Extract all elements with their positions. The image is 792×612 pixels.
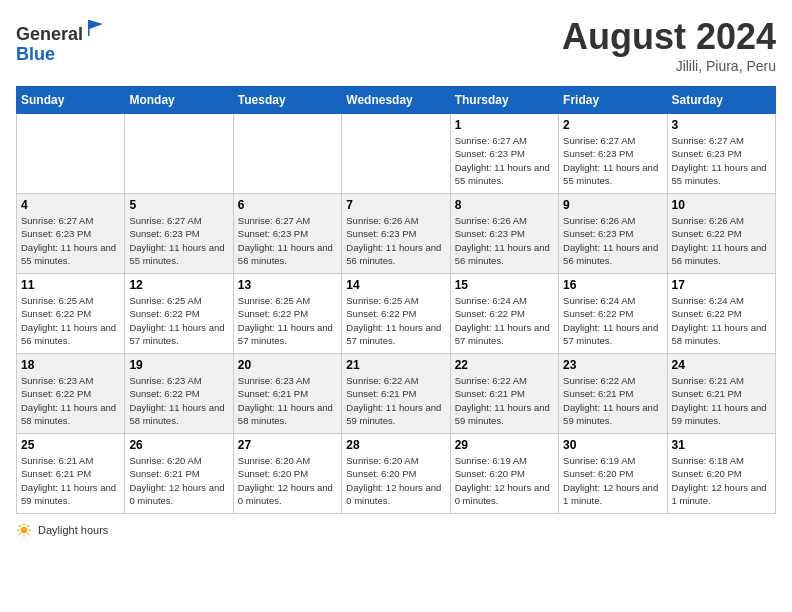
day-header-saturday: Saturday bbox=[667, 87, 775, 114]
day-number: 12 bbox=[129, 278, 228, 292]
svg-point-1 bbox=[21, 527, 28, 534]
calendar-cell: 30Sunrise: 6:19 AM Sunset: 6:20 PM Dayli… bbox=[559, 434, 667, 514]
day-info: Sunrise: 6:24 AM Sunset: 6:22 PM Dayligh… bbox=[672, 294, 771, 347]
day-number: 29 bbox=[455, 438, 554, 452]
calendar-cell bbox=[342, 114, 450, 194]
day-number: 24 bbox=[672, 358, 771, 372]
calendar-cell: 3Sunrise: 6:27 AM Sunset: 6:23 PM Daylig… bbox=[667, 114, 775, 194]
day-number: 10 bbox=[672, 198, 771, 212]
day-info: Sunrise: 6:27 AM Sunset: 6:23 PM Dayligh… bbox=[21, 214, 120, 267]
day-number: 15 bbox=[455, 278, 554, 292]
day-number: 1 bbox=[455, 118, 554, 132]
calendar-cell: 18Sunrise: 6:23 AM Sunset: 6:22 PM Dayli… bbox=[17, 354, 125, 434]
calendar-cell: 6Sunrise: 6:27 AM Sunset: 6:23 PM Daylig… bbox=[233, 194, 341, 274]
day-info: Sunrise: 6:27 AM Sunset: 6:23 PM Dayligh… bbox=[455, 134, 554, 187]
calendar-cell: 23Sunrise: 6:22 AM Sunset: 6:21 PM Dayli… bbox=[559, 354, 667, 434]
day-info: Sunrise: 6:27 AM Sunset: 6:23 PM Dayligh… bbox=[238, 214, 337, 267]
day-number: 11 bbox=[21, 278, 120, 292]
calendar-week-row: 25Sunrise: 6:21 AM Sunset: 6:21 PM Dayli… bbox=[17, 434, 776, 514]
day-number: 13 bbox=[238, 278, 337, 292]
day-info: Sunrise: 6:23 AM Sunset: 6:22 PM Dayligh… bbox=[129, 374, 228, 427]
day-number: 21 bbox=[346, 358, 445, 372]
calendar-cell: 7Sunrise: 6:26 AM Sunset: 6:23 PM Daylig… bbox=[342, 194, 450, 274]
calendar-cell: 11Sunrise: 6:25 AM Sunset: 6:22 PM Dayli… bbox=[17, 274, 125, 354]
day-info: Sunrise: 6:25 AM Sunset: 6:22 PM Dayligh… bbox=[21, 294, 120, 347]
calendar-cell: 20Sunrise: 6:23 AM Sunset: 6:21 PM Dayli… bbox=[233, 354, 341, 434]
day-header-wednesday: Wednesday bbox=[342, 87, 450, 114]
logo: General Blue bbox=[16, 16, 109, 65]
day-number: 28 bbox=[346, 438, 445, 452]
calendar-week-row: 4Sunrise: 6:27 AM Sunset: 6:23 PM Daylig… bbox=[17, 194, 776, 274]
day-header-friday: Friday bbox=[559, 87, 667, 114]
calendar-cell bbox=[17, 114, 125, 194]
day-info: Sunrise: 6:22 AM Sunset: 6:21 PM Dayligh… bbox=[346, 374, 445, 427]
svg-marker-0 bbox=[88, 20, 103, 36]
footer: Daylight hours bbox=[16, 522, 776, 538]
calendar-cell bbox=[125, 114, 233, 194]
calendar-cell: 29Sunrise: 6:19 AM Sunset: 6:20 PM Dayli… bbox=[450, 434, 558, 514]
calendar-cell: 24Sunrise: 6:21 AM Sunset: 6:21 PM Dayli… bbox=[667, 354, 775, 434]
calendar-cell: 17Sunrise: 6:24 AM Sunset: 6:22 PM Dayli… bbox=[667, 274, 775, 354]
day-number: 7 bbox=[346, 198, 445, 212]
day-number: 4 bbox=[21, 198, 120, 212]
day-number: 16 bbox=[563, 278, 662, 292]
day-header-thursday: Thursday bbox=[450, 87, 558, 114]
calendar-week-row: 11Sunrise: 6:25 AM Sunset: 6:22 PM Dayli… bbox=[17, 274, 776, 354]
page-header: General Blue August 2024 Jilili, Piura, … bbox=[16, 16, 776, 74]
calendar-cell: 1Sunrise: 6:27 AM Sunset: 6:23 PM Daylig… bbox=[450, 114, 558, 194]
day-info: Sunrise: 6:22 AM Sunset: 6:21 PM Dayligh… bbox=[455, 374, 554, 427]
calendar-week-row: 18Sunrise: 6:23 AM Sunset: 6:22 PM Dayli… bbox=[17, 354, 776, 434]
day-info: Sunrise: 6:20 AM Sunset: 6:20 PM Dayligh… bbox=[238, 454, 337, 507]
calendar-cell: 13Sunrise: 6:25 AM Sunset: 6:22 PM Dayli… bbox=[233, 274, 341, 354]
day-number: 2 bbox=[563, 118, 662, 132]
day-number: 22 bbox=[455, 358, 554, 372]
calendar-cell: 8Sunrise: 6:26 AM Sunset: 6:23 PM Daylig… bbox=[450, 194, 558, 274]
day-info: Sunrise: 6:27 AM Sunset: 6:23 PM Dayligh… bbox=[563, 134, 662, 187]
calendar-cell: 9Sunrise: 6:26 AM Sunset: 6:23 PM Daylig… bbox=[559, 194, 667, 274]
calendar-cell: 15Sunrise: 6:24 AM Sunset: 6:22 PM Dayli… bbox=[450, 274, 558, 354]
day-number: 3 bbox=[672, 118, 771, 132]
day-number: 14 bbox=[346, 278, 445, 292]
day-info: Sunrise: 6:19 AM Sunset: 6:20 PM Dayligh… bbox=[563, 454, 662, 507]
logo-general: General bbox=[16, 24, 83, 44]
calendar-cell: 14Sunrise: 6:25 AM Sunset: 6:22 PM Dayli… bbox=[342, 274, 450, 354]
day-number: 23 bbox=[563, 358, 662, 372]
day-info: Sunrise: 6:26 AM Sunset: 6:23 PM Dayligh… bbox=[346, 214, 445, 267]
logo-blue: Blue bbox=[16, 44, 55, 64]
day-number: 19 bbox=[129, 358, 228, 372]
svg-line-8 bbox=[27, 525, 28, 526]
day-number: 31 bbox=[672, 438, 771, 452]
calendar-table: SundayMondayTuesdayWednesdayThursdayFrid… bbox=[16, 86, 776, 514]
location-subtitle: Jilili, Piura, Peru bbox=[562, 58, 776, 74]
daylight-hours-label: Daylight hours bbox=[38, 524, 108, 536]
calendar-cell: 2Sunrise: 6:27 AM Sunset: 6:23 PM Daylig… bbox=[559, 114, 667, 194]
day-info: Sunrise: 6:25 AM Sunset: 6:22 PM Dayligh… bbox=[346, 294, 445, 347]
day-header-tuesday: Tuesday bbox=[233, 87, 341, 114]
calendar-cell: 16Sunrise: 6:24 AM Sunset: 6:22 PM Dayli… bbox=[559, 274, 667, 354]
svg-line-7 bbox=[27, 533, 28, 534]
day-number: 6 bbox=[238, 198, 337, 212]
calendar-cell bbox=[233, 114, 341, 194]
day-number: 8 bbox=[455, 198, 554, 212]
day-number: 20 bbox=[238, 358, 337, 372]
day-info: Sunrise: 6:26 AM Sunset: 6:23 PM Dayligh… bbox=[455, 214, 554, 267]
day-info: Sunrise: 6:27 AM Sunset: 6:23 PM Dayligh… bbox=[672, 134, 771, 187]
day-number: 5 bbox=[129, 198, 228, 212]
calendar-cell: 28Sunrise: 6:20 AM Sunset: 6:20 PM Dayli… bbox=[342, 434, 450, 514]
day-info: Sunrise: 6:20 AM Sunset: 6:20 PM Dayligh… bbox=[346, 454, 445, 507]
calendar-cell: 21Sunrise: 6:22 AM Sunset: 6:21 PM Dayli… bbox=[342, 354, 450, 434]
logo-flag-icon bbox=[85, 16, 109, 40]
day-info: Sunrise: 6:21 AM Sunset: 6:21 PM Dayligh… bbox=[672, 374, 771, 427]
day-number: 9 bbox=[563, 198, 662, 212]
day-info: Sunrise: 6:18 AM Sunset: 6:20 PM Dayligh… bbox=[672, 454, 771, 507]
day-number: 30 bbox=[563, 438, 662, 452]
calendar-header-row: SundayMondayTuesdayWednesdayThursdayFrid… bbox=[17, 87, 776, 114]
day-info: Sunrise: 6:27 AM Sunset: 6:23 PM Dayligh… bbox=[129, 214, 228, 267]
calendar-cell: 12Sunrise: 6:25 AM Sunset: 6:22 PM Dayli… bbox=[125, 274, 233, 354]
day-info: Sunrise: 6:23 AM Sunset: 6:22 PM Dayligh… bbox=[21, 374, 120, 427]
month-year-title: August 2024 bbox=[562, 16, 776, 58]
day-header-monday: Monday bbox=[125, 87, 233, 114]
svg-line-9 bbox=[19, 533, 20, 534]
day-info: Sunrise: 6:25 AM Sunset: 6:22 PM Dayligh… bbox=[238, 294, 337, 347]
svg-line-6 bbox=[19, 525, 20, 526]
